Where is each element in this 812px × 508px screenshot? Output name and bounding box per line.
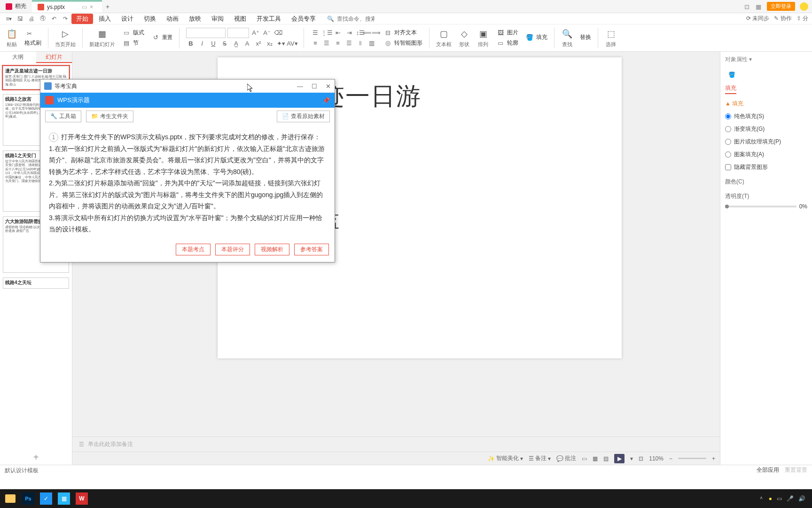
menu-design[interactable]: 设计	[117, 14, 138, 24]
pic-label[interactable]: 图片	[507, 29, 518, 37]
hide-bg-shapes[interactable]: 隐藏背景图形	[725, 163, 807, 171]
columns-icon[interactable]: ▥	[367, 39, 376, 48]
smartart-icon[interactable]: ◎	[383, 39, 392, 48]
effects-icon[interactable]: ✦▾	[276, 39, 286, 48]
fill-icon[interactable]: 🪣	[525, 33, 534, 42]
apply-all-button[interactable]: 全部应用	[757, 466, 779, 474]
inc-font-icon[interactable]: A⁺	[251, 28, 260, 38]
section-icon[interactable]: ▤	[122, 39, 131, 48]
zoom-in-icon[interactable]: +	[712, 455, 715, 462]
menu-start[interactable]: 开始	[71, 14, 93, 24]
arrange-button[interactable]: ▣排列	[475, 28, 491, 48]
pic-icon[interactable]: 🖼	[496, 28, 505, 38]
menu-insert[interactable]: 插入	[94, 14, 116, 24]
close-icon[interactable]: ×	[90, 4, 96, 10]
dialog-close-icon[interactable]: ✕	[326, 83, 331, 90]
ps-icon[interactable]: Ps	[20, 490, 37, 507]
strike-icon[interactable]: S̶	[220, 39, 229, 48]
comment-button[interactable]: 💬批注	[556, 454, 576, 462]
menu-transition[interactable]: 切换	[139, 14, 161, 24]
fill-pattern[interactable]: 图案填充(A)	[725, 151, 807, 159]
font-color-icon[interactable]: A̲	[231, 39, 241, 48]
align-justify-icon[interactable]: ☰	[344, 39, 354, 48]
fit-icon[interactable]: ⊡	[639, 455, 643, 462]
notes-area[interactable]: ☰单击此处添加备注	[72, 437, 720, 452]
slideshow-button[interactable]: ▶	[614, 454, 625, 463]
from-current-button[interactable]: ▷当页开始	[53, 28, 78, 48]
replace-button[interactable]: 替换	[580, 33, 591, 41]
menu-slideshow[interactable]: 放映	[184, 14, 206, 24]
grid-icon[interactable]: ⊡	[744, 3, 751, 10]
outline-tab[interactable]: 大纲	[0, 52, 36, 63]
zoom-slider[interactable]	[678, 458, 706, 459]
shape-button[interactable]: ◇形状	[456, 28, 472, 48]
menu-vip[interactable]: 会员专享	[287, 14, 320, 24]
tray-sync-icon[interactable]: ●	[769, 495, 772, 502]
dialog-min-icon[interactable]: —	[297, 83, 303, 90]
outline-icon[interactable]: ▭	[496, 39, 505, 48]
view-sorter-icon[interactable]: ▦	[593, 455, 598, 462]
view-reading-icon[interactable]: ▤	[603, 455, 609, 462]
paste-button[interactable]: 📋粘贴	[4, 28, 20, 48]
numbering-icon[interactable]: ⋮☰	[322, 28, 331, 38]
dialog-pin-icon[interactable]: 📌	[322, 97, 330, 104]
textbox-button[interactable]: ▢文本框	[434, 28, 453, 48]
add-slide-button[interactable]: +	[0, 450, 72, 465]
layout-label[interactable]: 版式	[133, 29, 144, 37]
tray-vol-icon[interactable]: 🔊	[798, 495, 805, 502]
bullets-icon[interactable]: ☰	[311, 28, 320, 38]
coop-button[interactable]: ✎ 协作	[774, 15, 791, 23]
tab-file[interactable]: ys.pptx▭×	[32, 0, 102, 13]
align-center-icon[interactable]: ☰	[322, 39, 331, 48]
new-tab-button[interactable]: +	[102, 3, 113, 10]
app4-icon[interactable]: ▦	[55, 490, 72, 507]
dec-font-icon[interactable]: A⁻	[262, 28, 272, 38]
select-button[interactable]: ⬚选择	[603, 28, 619, 48]
dialog-max-icon[interactable]: ☐	[312, 83, 317, 90]
restore-icon[interactable]: ▭	[82, 4, 87, 10]
note-button[interactable]: ☰备注 ▾	[529, 454, 551, 462]
outline-label[interactable]: 轮廓	[507, 39, 518, 47]
format-painter-button[interactable]: 格式刷	[24, 39, 41, 47]
tray-up-icon[interactable]: ＾	[758, 495, 764, 503]
smart-beautify-button[interactable]: ✨ 智能美化 ▾	[488, 454, 523, 462]
bold-icon[interactable]: B	[186, 39, 195, 48]
dialog-titlebar[interactable]: 等考宝典 — ☐ ✕	[40, 79, 335, 93]
zoom-value[interactable]: 110%	[649, 455, 664, 462]
menu-review[interactable]: 审阅	[207, 14, 228, 24]
answer-button[interactable]: 参考答案	[294, 244, 329, 255]
text-dir-icon[interactable]: ⟸⟹	[367, 28, 376, 38]
indent-inc-icon[interactable]: ⇥	[344, 28, 354, 38]
spacing-icon[interactable]: AV▾	[288, 39, 297, 48]
share-button[interactable]: ⇪ 分	[796, 15, 808, 23]
fill-tab[interactable]: 填充	[725, 84, 736, 94]
thumb-5[interactable]: 线路4之天坛	[3, 278, 69, 289]
indent-dec-icon[interactable]: ⇤	[333, 28, 343, 38]
italic-icon[interactable]: I	[197, 39, 207, 48]
zoom-out-icon[interactable]: −	[669, 455, 672, 462]
clear-format-icon[interactable]: ⌫	[273, 28, 283, 38]
dialog-body[interactable]: 1打开考生文件夹下的WPS演示文稿ys.pptx，按下列要求完成对文档的修改，并…	[40, 125, 335, 240]
super-icon[interactable]: x²	[254, 39, 263, 48]
sub-icon[interactable]: x₂	[265, 39, 274, 48]
tab-home[interactable]: 稻壳	[0, 0, 32, 13]
sync-button[interactable]: ⟳ 未同步	[746, 15, 769, 23]
reset-bg-button[interactable]: 重置背景	[785, 466, 807, 474]
app3-icon[interactable]: ✓	[38, 490, 55, 507]
fill-picture[interactable]: 图片或纹理填充(P)	[725, 138, 807, 146]
fill-solid[interactable]: 纯色填充(S)	[725, 112, 807, 120]
save-icon[interactable]: 🖫	[15, 14, 25, 24]
underline-icon[interactable]: U	[209, 39, 218, 48]
print-icon[interactable]: 🖨	[26, 14, 37, 24]
highlight-icon[interactable]: A	[242, 39, 252, 48]
command-search-input[interactable]	[337, 16, 375, 22]
align-text-label[interactable]: 对齐文本	[394, 29, 417, 37]
new-slide-button[interactable]: ▦新建幻灯片	[87, 28, 117, 48]
redo-icon[interactable]: ↷	[60, 14, 70, 24]
align-text-icon[interactable]: ⊟	[383, 28, 392, 38]
keypoint-button[interactable]: 本题考点	[176, 244, 211, 255]
reset-icon[interactable]: ↺	[151, 33, 160, 42]
dist-icon[interactable]: ⫴	[356, 39, 365, 48]
toolbox-button[interactable]: 🔧 工具箱	[45, 111, 81, 122]
transparency-slider[interactable]	[725, 206, 796, 207]
